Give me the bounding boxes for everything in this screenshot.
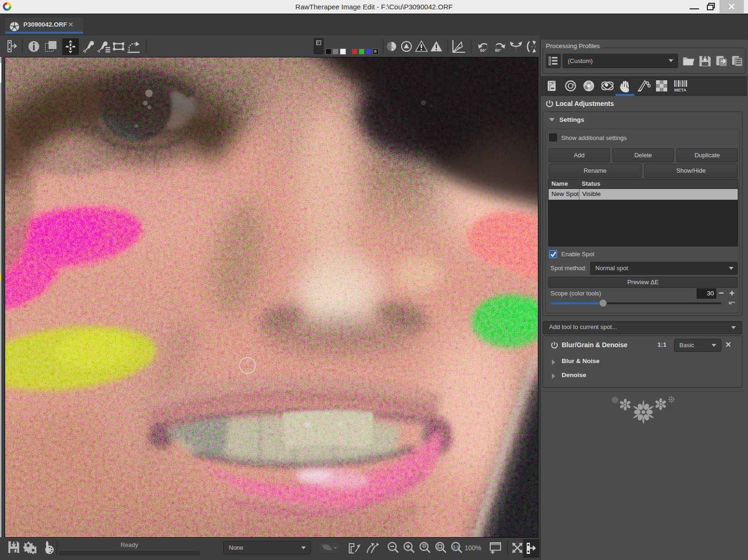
svg-text:META: META [674,87,686,92]
svg-text:90°: 90° [495,48,501,53]
svg-text:90°: 90° [480,48,487,53]
svg-text:1:1: 1:1 [453,545,459,549]
svg-text:+: + [551,81,553,85]
